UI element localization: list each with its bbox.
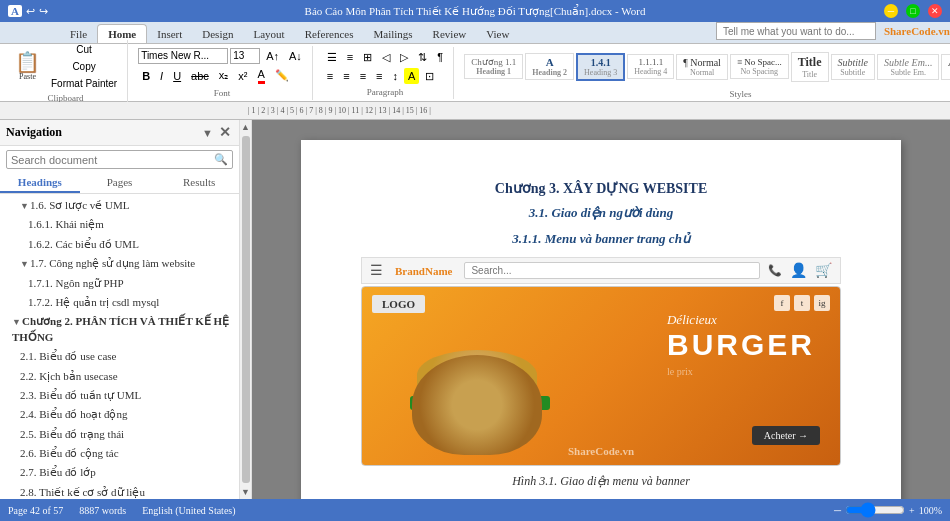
minimize-btn[interactable]: ─ — [884, 4, 898, 18]
style-title[interactable]: Title Title — [791, 52, 829, 82]
redo-btn[interactable]: ↪ — [39, 5, 48, 18]
align-center-btn[interactable]: ≡ — [339, 68, 353, 84]
navigation-header: Navigation ▼ ✕ — [0, 120, 239, 146]
tab-insert[interactable]: Insert — [147, 25, 192, 43]
list-item[interactable]: 2.2. Kịch bản usecase — [0, 367, 239, 386]
nav-scrollbar[interactable]: ▲ ▼ — [240, 120, 252, 499]
burger-illustration — [382, 295, 582, 465]
multilevel-btn[interactable]: ⊞ — [359, 49, 376, 66]
zoom-level: 100% — [919, 505, 942, 516]
banner-price-text: le prix — [667, 366, 815, 377]
tell-me-input[interactable] — [716, 22, 876, 40]
shrink-font-btn[interactable]: A↓ — [285, 48, 306, 64]
list-item[interactable]: 2.7. Biểu đồ lớp — [0, 463, 239, 482]
tab-mailings[interactable]: Mailings — [363, 25, 422, 43]
navigation-close-btn[interactable]: ✕ — [217, 124, 233, 141]
superscript-btn[interactable]: x² — [234, 68, 251, 84]
grow-font-btn[interactable]: A↑ — [262, 48, 283, 64]
shading-btn[interactable]: A — [404, 68, 419, 84]
menu-search-input[interactable] — [464, 262, 760, 279]
align-left-btn[interactable]: ≡ — [323, 68, 337, 84]
copy-btn[interactable]: Copy — [47, 59, 121, 74]
style-heading1[interactable]: Chương 1.1 Heading 1 — [464, 54, 523, 79]
section-heading: 3.1. Giao diện người dùng — [361, 205, 841, 221]
style-normal[interactable]: ¶ Normal Normal — [676, 54, 728, 80]
tab-review[interactable]: Review — [423, 25, 477, 43]
banner-text-area: Délicieux BURGER le prix — [667, 312, 815, 377]
list-item[interactable]: 1.6.2. Các biểu đồ UML — [0, 235, 239, 254]
nav-tab-results[interactable]: Results — [159, 173, 239, 193]
nav-menu-btn[interactable]: ▼ — [202, 127, 213, 139]
twitter-icon: t — [794, 295, 810, 311]
style-heading2[interactable]: A Heading 2 — [525, 53, 574, 80]
list-item[interactable]: 2.5. Biểu đồ trạng thái — [0, 425, 239, 444]
style-no-spacing[interactable]: ≡ No Spac... No Spacing — [730, 54, 789, 79]
list-item[interactable]: ▼1.6. Sơ lược về UML — [0, 196, 239, 215]
paste-icon: 📋 — [15, 52, 40, 72]
line-spacing-btn[interactable]: ↕ — [389, 68, 403, 84]
paste-btn[interactable]: 📋 Paste — [10, 49, 45, 84]
undo-btn[interactable]: ↩ — [26, 5, 35, 18]
nav-search-input[interactable] — [7, 152, 210, 168]
strikethrough-btn[interactable]: abc — [187, 68, 213, 84]
style-heading4[interactable]: 1.1.1.1 Heading 4 — [627, 54, 674, 79]
tab-layout[interactable]: Layout — [243, 25, 294, 43]
hamburger-icon: ☰ — [370, 262, 383, 279]
list-item[interactable]: 2.4. Biểu đồ hoạt động — [0, 405, 239, 424]
close-btn[interactable]: ✕ — [928, 4, 942, 18]
document-page: Chương 3. XÂY DỰNG WEBSITE 3.1. Giao diệ… — [301, 140, 901, 499]
tab-view[interactable]: View — [476, 25, 519, 43]
cut-btn[interactable]: Cut — [47, 42, 121, 57]
list-item[interactable]: 2.1. Biểu đồ use case — [0, 347, 239, 366]
sharecode-brand: ShareCode.vn — [884, 25, 950, 37]
clipboard-section: 📋 Paste Cut Copy Format Painter Clipboar… — [4, 40, 128, 105]
list-item[interactable]: 2.3. Biểu đồ tuần tự UML — [0, 386, 239, 405]
nav-tab-headings[interactable]: Headings — [0, 173, 80, 193]
font-size-input[interactable] — [230, 48, 260, 64]
tab-references[interactable]: References — [295, 25, 364, 43]
list-item[interactable]: 1.6.1. Khái niệm — [0, 215, 239, 234]
ribbon: 📋 Paste Cut Copy Format Painter Clipboar… — [0, 44, 950, 102]
title-bar-controls: ─ □ ✕ — [884, 4, 942, 18]
title-bar-left: A ↩ ↪ — [8, 5, 48, 18]
zoom-in-btn[interactable]: + — [909, 505, 915, 516]
nav-tab-pages[interactable]: Pages — [80, 173, 160, 193]
format-painter-btn[interactable]: Format Painter — [47, 76, 121, 91]
decrease-indent-btn[interactable]: ◁ — [378, 49, 394, 66]
sort-btn[interactable]: ⇅ — [414, 49, 431, 66]
highlight-btn[interactable]: ✏️ — [271, 67, 293, 84]
bold-btn[interactable]: B — [138, 68, 154, 84]
figure-caption: Hình 3.1. Giao diện menu và banner — [361, 474, 841, 489]
banner-image: LOGO f t ig — [361, 286, 841, 466]
maximize-btn[interactable]: □ — [906, 4, 920, 18]
bullets-btn[interactable]: ☰ — [323, 49, 341, 66]
font-name-input[interactable] — [138, 48, 228, 64]
banner-subtitle: Délicieux — [667, 312, 815, 328]
zoom-out-btn[interactable]: ─ — [834, 505, 841, 516]
numbering-btn[interactable]: ≡ — [343, 49, 357, 65]
show-para-btn[interactable]: ¶ — [433, 49, 447, 65]
list-item[interactable]: ▼1.7. Công nghệ sử dụng làm website — [0, 254, 239, 273]
italic-btn[interactable]: I — [156, 68, 167, 84]
list-item[interactable]: 1.7.1. Ngôn ngữ PHP — [0, 274, 239, 293]
zoom-control[interactable]: ─ + 100% — [834, 505, 942, 516]
style-subtle-em[interactable]: Subtle Em... Subtle Em. — [877, 54, 939, 80]
list-item[interactable]: 1.7.2. Hệ quản trị csdl mysql — [0, 293, 239, 312]
navigation-search[interactable]: 🔍 — [6, 150, 233, 169]
tab-design[interactable]: Design — [192, 25, 243, 43]
font-color-btn[interactable]: A — [254, 66, 269, 86]
list-item[interactable]: 2.8. Thiết kế cơ sở dữ liệu — [0, 483, 239, 499]
list-item[interactable]: ▼Chương 2. PHÂN TÍCH VÀ THIẾT KẾ HỆ THỐN… — [0, 312, 239, 347]
align-right-btn[interactable]: ≡ — [356, 68, 370, 84]
underline-btn[interactable]: U — [169, 68, 185, 84]
subscript-btn[interactable]: x₂ — [215, 67, 233, 84]
increase-indent-btn[interactable]: ▷ — [396, 49, 412, 66]
style-subtitle[interactable]: Subtitle Subtitle — [831, 54, 876, 80]
style-heading3[interactable]: 1.4.1 Heading 3 — [576, 53, 625, 81]
border-btn[interactable]: ⊡ — [421, 68, 438, 85]
list-item[interactable]: 2.6. Biểu đồ cộng tác — [0, 444, 239, 463]
style-emphasis[interactable]: AaBbCcD Emphasis — [941, 54, 950, 80]
justify-btn[interactable]: ≡ — [372, 68, 386, 84]
zoom-slider[interactable] — [845, 505, 905, 515]
banner-action-btn[interactable]: Acheter → — [752, 426, 820, 445]
